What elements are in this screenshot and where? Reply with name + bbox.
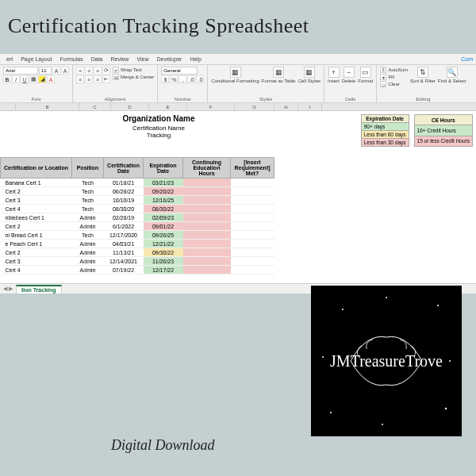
cell-ce-hours[interactable] bbox=[183, 187, 231, 196]
align-center-icon[interactable]: ≡ bbox=[85, 75, 93, 83]
font-color-button[interactable]: A bbox=[47, 75, 55, 83]
cell-cert-date[interactable]: 12/17/2020 bbox=[104, 231, 144, 240]
cell-ce-hours[interactable] bbox=[183, 240, 231, 248]
cell-ce-hours[interactable] bbox=[183, 205, 231, 213]
cell-cert-date[interactable]: 02/28/19 bbox=[104, 213, 144, 222]
cell-exp-date[interactable]: 12/17/22 bbox=[144, 266, 183, 274]
cell-cert-date[interactable]: 06/28/22 bbox=[104, 187, 144, 196]
worksheet[interactable]: Organization Name Certification Name Tra… bbox=[0, 111, 476, 294]
increase-font-icon[interactable]: A bbox=[52, 67, 60, 75]
table-row[interactable]: e Peach Cert 1 Admin 04/03/21 12/21/22 bbox=[1, 240, 274, 248]
cell-name[interactable]: Cert 2 bbox=[1, 248, 72, 257]
font-name-select[interactable]: Arial bbox=[3, 67, 38, 75]
tab-help[interactable]: Help bbox=[190, 56, 201, 62]
cell-cert-date[interactable]: 07/19/22 bbox=[104, 266, 144, 274]
align-middle-icon[interactable]: ≡ bbox=[85, 67, 93, 75]
cell-ce-hours[interactable] bbox=[183, 213, 231, 222]
table-row[interactable]: ni Bread Cert 1 Tech 12/17/2020 09/26/25 bbox=[1, 231, 274, 240]
cell-exp-date[interactable]: 09/20/22 bbox=[144, 187, 183, 196]
col-c[interactable]: C bbox=[79, 103, 111, 110]
cell-ce-hours[interactable] bbox=[183, 222, 231, 231]
autosum-button[interactable]: ΣAutoSum bbox=[380, 67, 408, 73]
decrease-decimal-icon[interactable]: .0 bbox=[196, 75, 204, 83]
cell-ce-hours[interactable] bbox=[183, 248, 231, 257]
delete-button[interactable]: −Delete bbox=[342, 67, 355, 83]
indent-icon[interactable]: ⇤ bbox=[102, 75, 110, 83]
cell-req-met[interactable] bbox=[231, 231, 274, 240]
currency-icon[interactable]: $ bbox=[161, 75, 169, 83]
tab-data[interactable]: Data bbox=[91, 56, 103, 62]
col-g[interactable]: G bbox=[235, 103, 274, 110]
cell-ce-hours[interactable] bbox=[183, 196, 231, 205]
cell-position[interactable]: Admin bbox=[72, 222, 104, 231]
increase-decimal-icon[interactable]: .0 bbox=[187, 75, 195, 83]
table-row[interactable]: Cert 2 Admin 6/1/2022 09/01/22 bbox=[1, 222, 274, 231]
cell-position[interactable]: Admin bbox=[72, 257, 104, 266]
cell-req-met[interactable] bbox=[231, 178, 274, 187]
table-row[interactable]: Cert 2 Admin 11/13/21 09/30/22 bbox=[1, 248, 274, 257]
cell-cert-date[interactable]: 04/03/21 bbox=[104, 240, 144, 248]
cell-name[interactable]: Cert 4 bbox=[1, 205, 72, 213]
tab-formulas[interactable]: Formulas bbox=[60, 56, 83, 62]
font-size-select[interactable]: 11 bbox=[39, 67, 52, 75]
cell-name[interactable]: Cert 2 bbox=[1, 187, 72, 196]
format-button[interactable]: ▭Format bbox=[358, 67, 373, 83]
tab-page-layout[interactable]: Page Layout bbox=[21, 56, 52, 62]
tab-view[interactable]: View bbox=[136, 56, 148, 62]
table-row[interactable]: Cert 2 Tech 06/28/22 09/20/22 bbox=[1, 187, 274, 196]
cell-cert-date[interactable]: 01/18/21 bbox=[104, 178, 144, 187]
cell-name[interactable]: Banana Cert 1 bbox=[1, 178, 72, 187]
comments-button[interactable]: Com bbox=[461, 56, 476, 62]
cell-req-met[interactable] bbox=[231, 187, 274, 196]
align-right-icon[interactable]: ≡ bbox=[94, 75, 102, 83]
table-row[interactable]: Cert 3 Admin 12/14/2021 11/26/23 bbox=[1, 257, 274, 266]
underline-button[interactable]: U bbox=[21, 75, 29, 83]
tab-review[interactable]: Review bbox=[110, 56, 129, 62]
cell-name[interactable]: Cert 4 bbox=[1, 266, 72, 274]
wrap-text-button[interactable]: ↵Wrap Text bbox=[113, 67, 154, 73]
fill-color-button[interactable]: ◢ bbox=[38, 75, 46, 83]
cell-req-met[interactable] bbox=[231, 266, 274, 274]
merge-center-button[interactable]: ⊞Merge & Center bbox=[113, 74, 154, 80]
cell-req-met[interactable] bbox=[231, 257, 274, 266]
cell-position[interactable]: Tech bbox=[72, 205, 104, 213]
col-b[interactable]: B bbox=[16, 103, 79, 110]
table-row[interactable]: Cert 3 Tech 10/10/19 12/16/25 bbox=[1, 196, 274, 205]
cell-position[interactable]: Admin bbox=[72, 240, 104, 248]
cell-exp-date[interactable]: 08/30/22 bbox=[144, 205, 183, 213]
table-row[interactable]: Cert 4 Admin 07/19/22 12/17/22 bbox=[1, 266, 274, 274]
table-row[interactable]: Banana Cert 1 Tech 01/18/21 03/21/23 bbox=[1, 178, 274, 187]
align-left-icon[interactable]: ≡ bbox=[76, 75, 84, 83]
cell-cert-date[interactable]: 12/14/2021 bbox=[104, 257, 144, 266]
cell-styles-button[interactable]: ▦Cell Styles bbox=[298, 67, 321, 83]
cell-position[interactable]: Admin bbox=[72, 213, 104, 222]
conditional-formatting-button[interactable]: ▦Conditional Formatting bbox=[211, 67, 259, 83]
italic-button[interactable]: I bbox=[12, 75, 20, 83]
fill-button[interactable]: ▾Fill bbox=[380, 74, 408, 80]
align-top-icon[interactable]: ≡ bbox=[76, 67, 84, 75]
cell-exp-date[interactable]: 09/01/22 bbox=[144, 222, 183, 231]
cell-name[interactable]: Cert 3 bbox=[1, 196, 72, 205]
cell-cert-date[interactable]: 11/13/21 bbox=[104, 248, 144, 257]
col-i[interactable]: I bbox=[298, 103, 322, 110]
cell-ce-hours[interactable] bbox=[183, 178, 231, 187]
cell-position[interactable]: Tech bbox=[72, 196, 104, 205]
cell-cert-date[interactable]: 08/30/20 bbox=[104, 205, 144, 213]
cell-req-met[interactable] bbox=[231, 240, 274, 248]
col-d[interactable]: D bbox=[111, 103, 149, 110]
col-f[interactable]: F bbox=[187, 103, 235, 110]
cell-exp-date[interactable]: 12/21/22 bbox=[144, 240, 183, 248]
percent-icon[interactable]: % bbox=[170, 75, 178, 83]
comma-icon[interactable]: , bbox=[178, 75, 186, 83]
cell-name[interactable]: e Peach Cert 1 bbox=[1, 240, 72, 248]
col-e[interactable]: E bbox=[149, 103, 187, 110]
cell-exp-date[interactable]: 09/26/25 bbox=[144, 231, 183, 240]
clear-button[interactable]: ◇Clear bbox=[380, 81, 408, 87]
format-as-table-button[interactable]: ▦Format as Table bbox=[262, 67, 296, 83]
cell-position[interactable]: Tech bbox=[72, 178, 104, 187]
cell-req-met[interactable] bbox=[231, 222, 274, 231]
bold-button[interactable]: B bbox=[3, 75, 11, 83]
tab-nav-arrows[interactable]: ◀ ▶ bbox=[0, 286, 16, 292]
col-h[interactable]: H bbox=[274, 103, 298, 110]
cell-name[interactable]: nblebees Cert 1 bbox=[1, 213, 72, 222]
